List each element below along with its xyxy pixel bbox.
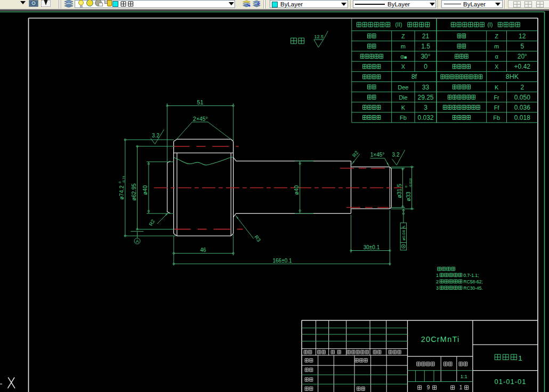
svg-text:1: 1 xyxy=(436,273,439,278)
svg-text:ø74.2: ø74.2 xyxy=(118,185,125,200)
svg-text:1: 1 xyxy=(459,385,463,390)
svg-text:33: 33 xyxy=(422,84,430,91)
svg-text:0: 0 xyxy=(424,63,427,70)
svg-text:3.2: 3.2 xyxy=(152,133,159,138)
svg-text:30±0.1: 30±0.1 xyxy=(364,244,380,250)
svg-text:ø31.5: ø31.5 xyxy=(396,184,402,198)
svg-text:1: 1 xyxy=(518,354,522,362)
svg-text:2×45°: 2×45° xyxy=(193,116,208,122)
svg-text:RC58-62;: RC58-62; xyxy=(464,279,483,284)
svg-text:X: X xyxy=(495,63,499,70)
svg-text:K: K xyxy=(401,104,406,111)
svg-text:9: 9 xyxy=(427,385,430,390)
svg-text:1.5: 1.5 xyxy=(421,43,430,50)
svg-text:Fr: Fr xyxy=(494,94,499,101)
svg-text:8f: 8f xyxy=(411,73,417,80)
svg-text:Z: Z xyxy=(495,33,498,39)
svg-text:0.036: 0.036 xyxy=(514,104,530,111)
svg-text:-0.039: -0.039 xyxy=(409,178,412,187)
svg-text:3: 3 xyxy=(424,104,427,111)
svg-text:5: 5 xyxy=(520,43,524,50)
svg-text:2: 2 xyxy=(436,279,439,284)
svg-text:0.7-1.1;: 0.7-1.1; xyxy=(464,273,479,278)
svg-text:3.2: 3.2 xyxy=(392,152,400,158)
svg-text:8HK: 8HK xyxy=(506,73,519,80)
svg-text:20°: 20° xyxy=(518,53,527,60)
svg-text:(I): (I) xyxy=(488,21,493,28)
svg-text:ø40: ø40 xyxy=(293,185,300,195)
svg-text:ø33: ø33 xyxy=(405,192,411,201)
svg-text:K: K xyxy=(495,84,499,91)
svg-text:12.5: 12.5 xyxy=(314,34,324,39)
svg-text:(II): (II) xyxy=(395,21,402,28)
svg-text:1×45°: 1×45° xyxy=(370,152,385,158)
svg-text:ø62.95: ø62.95 xyxy=(131,183,137,201)
svg-text:Dee: Dee xyxy=(398,84,408,91)
svg-text:166±0.1: 166±0.1 xyxy=(272,258,292,264)
svg-text:2: 2 xyxy=(520,84,524,91)
svg-text:46: 46 xyxy=(200,247,206,253)
svg-text:m: m xyxy=(401,43,406,50)
svg-text:A: A xyxy=(136,239,139,244)
svg-text:20CrMnTi: 20CrMnTi xyxy=(421,335,460,344)
svg-text:0.018: 0.018 xyxy=(514,114,530,121)
svg-text:-0.74: -0.74 xyxy=(122,176,125,183)
svg-text:01-01-01: 01-01-01 xyxy=(494,378,526,386)
svg-text:21: 21 xyxy=(422,32,430,40)
svg-text:A: A xyxy=(401,226,406,229)
svg-text:Die: Die xyxy=(399,94,408,101)
svg-text:RC30-45.: RC30-45. xyxy=(464,285,483,291)
svg-text:51: 51 xyxy=(197,99,203,105)
svg-text:Fb: Fb xyxy=(400,115,407,121)
svg-text:1:1: 1:1 xyxy=(461,373,467,379)
svg-text:Fb: Fb xyxy=(493,115,500,121)
svg-text:3: 3 xyxy=(436,285,439,291)
svg-text:ø0.04: ø0.04 xyxy=(401,230,406,240)
svg-text:X: X xyxy=(401,63,406,70)
svg-text:0.032: 0.032 xyxy=(417,114,433,121)
svg-text:12: 12 xyxy=(519,32,526,40)
svg-text:29.25: 29.25 xyxy=(417,94,433,101)
svg-text:Z: Z xyxy=(401,33,405,39)
svg-text:Ff: Ff xyxy=(494,104,500,111)
svg-text:ø40: ø40 xyxy=(142,185,148,195)
svg-text:α: α xyxy=(495,53,498,60)
svg-text:30°: 30° xyxy=(421,53,430,60)
svg-text:m: m xyxy=(494,43,499,50)
svg-text:0.050: 0.050 xyxy=(514,94,530,101)
svg-text:+0.42: +0.42 xyxy=(514,63,531,70)
svg-text:α: α xyxy=(400,53,404,60)
